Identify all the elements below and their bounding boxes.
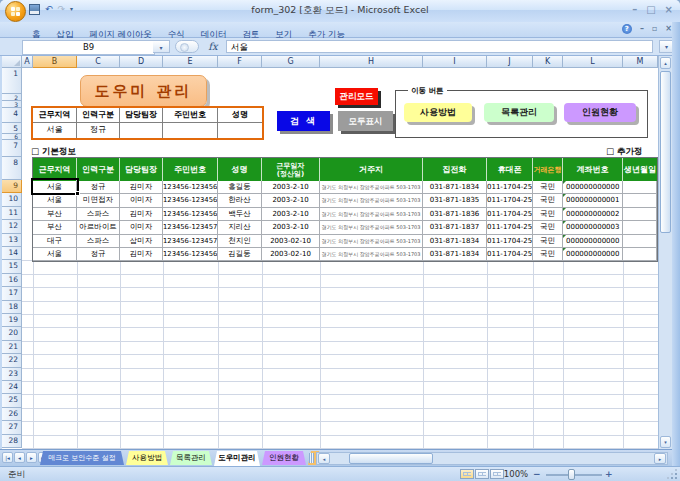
sheet-tab-매크로 보안수준 설정[interactable]: 매크로 보안수준 설정	[40, 451, 124, 465]
table-cell[interactable]: 김미자	[120, 208, 163, 221]
sheet-nav-button-1[interactable]: ◂	[14, 452, 25, 463]
table-cell[interactable]	[623, 194, 657, 207]
search-value-cell-1[interactable]: 정규	[77, 123, 120, 138]
table-cell[interactable]: 011-1704-2514	[487, 181, 533, 194]
search-button[interactable]: 검 색	[277, 111, 330, 131]
sheet-tab-목록관리[interactable]: 목록관리	[170, 451, 212, 465]
scroll-up-icon[interactable]: ▴	[660, 57, 671, 69]
row-header-15[interactable]: 15	[2, 260, 22, 273]
select-all-corner[interactable]	[2, 56, 22, 68]
table-cell[interactable]: 경기도 의정부시 장암주공아파트 503-1703	[320, 181, 423, 194]
table-cell[interactable]: 031-871-1837	[423, 221, 487, 234]
table-cell[interactable]: 경기도 의정부시 장암주공아파트 503-1703	[320, 221, 423, 234]
row-header-14[interactable]: 14	[2, 247, 22, 260]
table-cell[interactable]: 백두산	[218, 208, 262, 221]
row-header-28[interactable]: 28	[2, 435, 22, 448]
search-value-cell-3[interactable]	[163, 123, 218, 138]
search-value-cell-0[interactable]: 서울	[33, 123, 77, 138]
table-cell[interactable]	[623, 248, 657, 261]
row-header-12[interactable]: 12	[2, 220, 22, 233]
zoom-level[interactable]: 100%	[502, 467, 530, 481]
table-cell[interactable]: 대구	[33, 235, 77, 248]
name-box-dropdown-icon[interactable]: ▾	[153, 40, 170, 53]
table-cell[interactable]: 경기도 의정부시 장암주공아파트 503-1703	[320, 194, 423, 207]
table-cell[interactable]: 국민	[533, 235, 563, 248]
table-cell[interactable]: 2003-2-10	[262, 181, 320, 194]
table-cell[interactable]: 031-871-1834	[423, 181, 487, 194]
row-header-22[interactable]: 22	[2, 354, 22, 367]
column-header-A[interactable]: A	[22, 56, 33, 68]
normal-view-icon[interactable]	[460, 469, 474, 479]
table-cell[interactable]: 천지인	[218, 235, 262, 248]
row-header-4[interactable]: 4	[2, 108, 22, 123]
scroll-down-icon[interactable]: ▾	[660, 436, 671, 448]
column-header-K[interactable]: K	[533, 56, 563, 68]
table-cell[interactable]	[623, 208, 657, 221]
table-cell[interactable]: 지리산	[218, 221, 262, 234]
table-cell[interactable]: 삼미자	[120, 235, 163, 248]
insert-function-button[interactable]	[175, 40, 199, 53]
row-header-27[interactable]: 27	[2, 421, 22, 434]
table-cell[interactable]: 한라산	[218, 194, 262, 207]
column-header-C[interactable]: C	[77, 56, 120, 68]
table-cell[interactable]: 123456-1234567	[163, 248, 218, 261]
fx-icon[interactable]: fx	[203, 40, 223, 53]
table-cell[interactable]: 011-1704-2514	[487, 248, 533, 261]
table-cell[interactable]: 000000000002	[563, 208, 623, 221]
table-cell[interactable]: 경기도 의정부시 장암주공아파트 503-1703	[320, 235, 423, 248]
table-cell[interactable]: 123456-1234570	[163, 221, 218, 234]
nav-button-0[interactable]: 사용방법	[404, 103, 472, 122]
table-cell[interactable]: 031-871-1836	[423, 208, 487, 221]
table-cell[interactable]	[623, 235, 657, 248]
table-cell[interactable]: 000000000000	[563, 248, 623, 261]
workbook-minimize-button[interactable]: –	[640, 24, 644, 34]
table-cell[interactable]: 123456-1234569	[163, 208, 218, 221]
table-cell[interactable]: 031-871-1835	[423, 194, 487, 207]
column-header-F[interactable]: F	[218, 56, 262, 68]
table-cell[interactable]: 부산	[33, 208, 77, 221]
row-header-17[interactable]: 17	[2, 287, 22, 300]
scroll-left-icon[interactable]: ◂	[318, 453, 330, 464]
table-cell[interactable]: 2003-2-10	[262, 208, 320, 221]
table-cell[interactable]: 국민	[533, 248, 563, 261]
row-header-21[interactable]: 21	[2, 341, 22, 354]
row-header-1[interactable]: 1	[2, 68, 22, 94]
table-cell[interactable]: 국민	[533, 181, 563, 194]
table-cell[interactable]: 031-871-1834	[423, 248, 487, 261]
zoom-out-icon[interactable]: −	[533, 467, 541, 481]
row-header-8[interactable]: 8	[2, 157, 22, 180]
close-button[interactable]: ×	[665, 3, 673, 17]
zoom-slider[interactable]	[568, 469, 575, 480]
horizontal-scrollbar[interactable]: ◂ ▸	[316, 452, 668, 465]
table-cell[interactable]	[623, 181, 657, 194]
table-cell[interactable]: 스파스	[77, 235, 120, 248]
fill-handle[interactable]	[75, 191, 80, 196]
search-value-cell-2[interactable]	[120, 123, 163, 138]
table-cell[interactable]: 011-1704-2514	[487, 235, 533, 248]
vertical-scroll-thumb[interactable]	[660, 71, 671, 233]
search-value-cell-4[interactable]	[218, 123, 262, 138]
table-cell[interactable]: 국민	[533, 194, 563, 207]
column-header-B[interactable]: B	[33, 56, 77, 68]
table-cell[interactable]: 2003-02-10	[262, 235, 320, 248]
formula-input[interactable]: 서울	[226, 40, 653, 53]
row-header-18[interactable]: 18	[2, 301, 22, 314]
table-cell[interactable]: 김길동	[218, 248, 262, 261]
workbook-restore-button[interactable]: ▫	[652, 24, 657, 34]
table-cell[interactable]: 정규	[77, 248, 120, 261]
row-header-5[interactable]: 5	[2, 123, 22, 134]
table-cell[interactable]: 국민	[533, 221, 563, 234]
column-header-G[interactable]: G	[262, 56, 320, 68]
admin-mode-button[interactable]: 관리모드	[335, 88, 378, 105]
table-cell[interactable]: 011-1704-2517	[487, 221, 533, 234]
row-header-2[interactable]: 2	[2, 94, 22, 101]
table-cell[interactable]: 서울	[33, 194, 77, 207]
sheet-tab-사용방법[interactable]: 사용방법	[126, 451, 168, 465]
row-header-7[interactable]: 7	[2, 140, 22, 157]
resize-grip[interactable]	[667, 469, 677, 479]
table-cell[interactable]: 아르바이트	[77, 221, 120, 234]
column-header-D[interactable]: D	[120, 56, 163, 68]
column-header-L[interactable]: L	[563, 56, 623, 68]
table-cell[interactable]: 011-1704-2515	[487, 194, 533, 207]
row-header-20[interactable]: 20	[2, 327, 22, 340]
